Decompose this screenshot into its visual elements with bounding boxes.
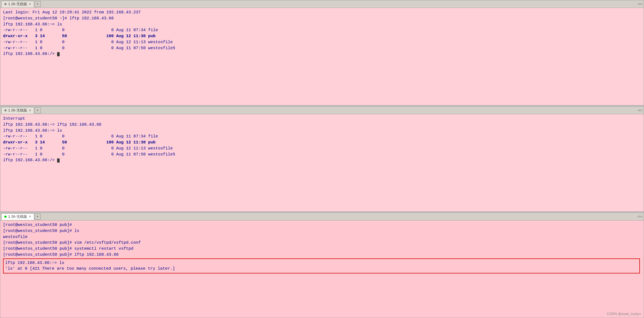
terminal-line-3-4: [root@westos_student50 pub]# systemctl r… [3, 246, 641, 252]
terminal-line-1-5: -rw-r--r-- 1 0 0 0 Aug 12 11:13 westosfi… [3, 39, 641, 45]
terminal-window-1: 1 26-无线版 ✕ + ◁ ▷ Last login: Fri Aug 12 … [0, 0, 644, 105]
tab-label-1: 1 26-无线版 [8, 2, 27, 7]
nav-right-2[interactable]: ▷ [641, 108, 643, 112]
tab-bar-1: 1 26-无线版 ✕ + ◁ ▷ [0, 0, 644, 8]
nav-left-2[interactable]: ◁ [638, 108, 640, 112]
terminal-line-1-3: -rw-r--r-- 1 0 0 0 Aug 11 07:34 file [3, 27, 641, 33]
terminal-line-3-h1: lftp 192.168.43.66:~> ls [5, 260, 638, 266]
terminal-line-2-5: -rw-r--r-- 1 0 0 0 Aug 12 11:13 westosfi… [3, 146, 641, 152]
terminal-container: 1 26-无线版 ✕ + ◁ ▷ Last login: Fri Aug 12 … [0, 0, 644, 318]
terminal-line-2-3: -rw-r--r-- 1 0 0 0 Aug 11 07:34 file [3, 134, 641, 140]
terminal-line-2-7: lftp 192.168.43.66:/> [3, 157, 641, 163]
watermark: CSDN @xuan_lucky× [607, 312, 641, 316]
terminal-line-1-0: Last login: Fri Aug 12 19:29:41 2022 fro… [3, 10, 641, 16]
tab-bar-3: 1 26-无线版 ✕ + ◁ ▷ [0, 213, 644, 220]
terminal-line-1-1: [root@westos_student50 ~]# lftp 192.168.… [3, 16, 641, 22]
tab-add-1[interactable]: + [35, 1, 41, 7]
tab-dot-3 [4, 216, 7, 218]
tab-label-3: 1 26-无线版 [8, 214, 27, 219]
nav-left-1[interactable]: ◁ [638, 2, 640, 6]
terminal-body-1: Last login: Fri Aug 12 19:29:41 2022 fro… [0, 8, 644, 105]
tab-add-2[interactable]: + [35, 107, 41, 113]
terminal-line-1-6: -rw-r--r-- 1 0 0 0 Aug 11 07:50 westosfi… [3, 45, 641, 51]
terminal-body-3: [root@westos_student50 pub]# [root@westo… [0, 220, 644, 318]
terminal-line-3-0: [root@westos_student50 pub]# [3, 222, 641, 228]
terminal-line-3-5: [root@westos_student50 pub]# lftp 192.16… [3, 252, 641, 258]
tab-close-3[interactable]: ✕ [29, 215, 31, 218]
terminal-body-2: Interrupt lftp 102.168.43.66:~> lftp 192… [0, 114, 644, 211]
tab-add-3[interactable]: + [35, 214, 41, 220]
tab-3[interactable]: 1 26-无线版 ✕ [1, 213, 34, 220]
tab-close-1[interactable]: ✕ [29, 2, 31, 6]
terminal-line-1-7: lftp 192.168.43.66:/> [3, 51, 641, 57]
tab-label-2: 1 26-无线版 [8, 108, 27, 113]
terminal-window-2: 1 26-无线版 ✕ + ◁ ▷ Interrupt lftp 102.168.… [0, 106, 644, 212]
terminal-line-3-2: westosfile [3, 234, 641, 240]
tab-dot-1 [4, 3, 7, 5]
tab-1[interactable]: 1 26-无线版 ✕ [1, 1, 34, 7]
terminal-line-3-h2: 'ls' at 0 [421 There are too many connec… [5, 266, 638, 272]
terminal-line-3-3: [root@westos_student50 pub]# vim /etc/vs… [3, 240, 641, 246]
tab-close-2[interactable]: ✕ [29, 109, 31, 112]
nav-right-3[interactable]: ▷ [641, 214, 643, 219]
tab-bar-2: 1 26-无线版 ✕ + ◁ ▷ [0, 107, 644, 114]
highlight-box: lftp 192.168.43.66:~> ls 'ls' at 0 [421 … [3, 258, 640, 274]
nav-arrows-1: ◁ ▷ [638, 2, 643, 6]
nav-arrows-2: ◁ ▷ [638, 108, 643, 112]
terminal-line-2-6: -rw-r--r-- 1 0 0 0 Aug 11 07:50 westosfi… [3, 152, 641, 158]
terminal-line-3-1: [root@westos_student50 pub]# ls [3, 228, 641, 234]
cursor-1 [57, 52, 60, 56]
nav-right-1[interactable]: ▷ [641, 2, 643, 6]
terminal-line-1-2: lftp 192.168.43.66:~> ls [3, 22, 641, 28]
nav-arrows-3: ◁ ▷ [638, 214, 643, 219]
terminal-line-2-0: Interrupt [3, 116, 641, 122]
terminal-line-2-1: lftp 102.168.43.66:~> lftp 192.168.43.66 [3, 122, 641, 128]
tab-2[interactable]: 1 26-无线版 ✕ [1, 107, 34, 114]
terminal-line-2-4: drwxr-xr-x 3 14 50 100 Aug 12 11:30 pub [3, 140, 641, 146]
nav-left-3[interactable]: ◁ [638, 214, 640, 219]
cursor-2 [57, 158, 60, 163]
terminal-line-2-2: lftp 192.168.43.66:~> ls [3, 128, 641, 134]
tab-dot-2 [4, 109, 7, 111]
terminal-window-3: 1 26-无线版 ✕ + ◁ ▷ [root@westos_student50 … [0, 213, 644, 318]
terminal-line-1-4: drwxr-xr-x 3 14 50 100 Aug 12 11:30 pub [3, 33, 641, 39]
